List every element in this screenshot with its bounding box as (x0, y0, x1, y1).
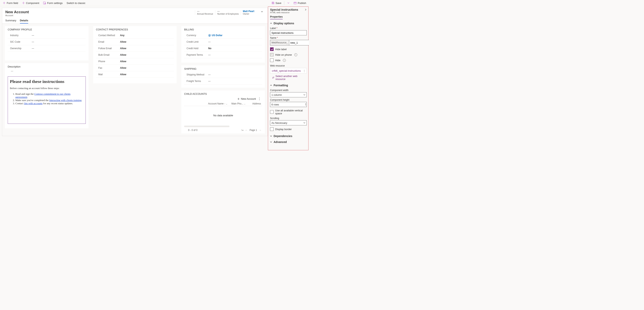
swap-icon (272, 76, 274, 79)
save-button[interactable]: Save (270, 0, 283, 6)
section-contact-preferences[interactable]: CONTACT PREFERENCES Contact MethodAny Em… (93, 26, 177, 83)
pp-tab-properties[interactable]: Properties (270, 15, 283, 19)
child-more-button[interactable]: ⋮ (258, 98, 261, 100)
col-account-name[interactable]: Account Name ↑ ⌄ (184, 102, 232, 105)
add-form-field-button[interactable]: Form field (1, 0, 20, 6)
currency-icon (208, 34, 211, 37)
property-pane: Special instructions HTML web resource P… (268, 7, 308, 150)
page-first-button[interactable]: I◂ (242, 129, 243, 131)
spin-down-icon: ▼ (305, 104, 306, 106)
header-employees[interactable]: --- Number of Employees (215, 10, 241, 15)
field-follow-email[interactable]: Follow EmailAllow (96, 45, 174, 52)
publish-button[interactable]: Publish (292, 0, 308, 6)
chevron-down-icon: ⌄ (226, 103, 228, 105)
col-label: Account Name (208, 102, 224, 105)
field-credit-hold[interactable]: Credit HoldNo (184, 45, 262, 52)
name-prefix: WebResource_ (270, 40, 289, 45)
tab-summary[interactable]: Summary (5, 18, 16, 24)
switch-classic-button[interactable]: Switch to classic (65, 0, 87, 6)
pp-section-advanced[interactable]: Advanced (270, 139, 307, 144)
field-currency[interactable]: Currency US Dollar (184, 32, 262, 39)
spinner-buttons[interactable]: ▲▼ (305, 103, 306, 106)
section-child-accounts[interactable]: CHILD ACCOUNTS New Account ⋮ Account Nam… (181, 90, 265, 133)
header-expand-button[interactable] (259, 10, 264, 14)
field-credit-limit[interactable]: Credit Limit--- (184, 39, 262, 45)
plus-icon (22, 2, 25, 4)
publish-icon (294, 2, 296, 4)
use-all-space-checkbox[interactable]: Use all available vertical space (270, 109, 307, 115)
pp-section-dependencies[interactable]: Dependencies (270, 133, 307, 138)
save-menu-button[interactable] (286, 0, 291, 6)
web-resource-special-instructions[interactable]: Please read these instructions Before co… (8, 76, 86, 124)
save-icon (272, 2, 274, 4)
wr-link-training[interactable]: Interacting with clients training (49, 99, 82, 102)
section-title: CHILD ACCOUNTS (184, 92, 262, 95)
field-fax[interactable]: FaxAllow (96, 65, 174, 71)
section-company-profile[interactable]: COMPANY PROFILE Industry --- SIC Code --… (5, 26, 88, 60)
col-main-phone[interactable]: Main Pho... ⌄ (232, 102, 247, 105)
web-resource-value: crfb6_special-instructions (272, 69, 301, 72)
form-settings-icon (43, 2, 46, 4)
field-sic-code[interactable]: SIC Code --- (8, 39, 86, 45)
more-icon[interactable]: ⋮ (303, 69, 306, 72)
spin-up-icon: ▲ (305, 103, 306, 104)
section-description[interactable]: Description --- Please read these instru… (5, 63, 88, 128)
field-bulk-email[interactable]: Bulk EmailAllow (96, 52, 174, 58)
hide-on-phone-checkbox[interactable]: Hide on phone i (270, 53, 307, 57)
component-height-input[interactable]: 6 rows ▲▼ (270, 102, 307, 107)
field-label: Shipping Method (186, 73, 208, 76)
hide-label-checkbox[interactable]: Hide label (270, 47, 307, 51)
chevron-right-icon[interactable] (304, 9, 307, 11)
field-industry[interactable]: Industry --- (8, 32, 86, 39)
display-border-checkbox[interactable]: Display border (270, 127, 307, 131)
header-label: Owner (243, 13, 257, 15)
info-icon[interactable]: i (283, 59, 286, 62)
col-label: Main Pho... (232, 102, 244, 105)
field-ownership[interactable]: Ownership --- (8, 45, 86, 52)
info-icon[interactable]: i (294, 53, 297, 56)
field-shipping-method[interactable]: Shipping Method--- (184, 71, 262, 78)
section-title: CONTACT PREFERENCES (96, 28, 174, 31)
label-input[interactable] (270, 30, 307, 35)
switch-classic-label: Switch to classic (67, 2, 85, 5)
field-label: Bulk Email (98, 54, 120, 56)
header-owner[interactable]: Matt Peart Owner (241, 10, 259, 15)
new-child-account-button[interactable]: New Account (237, 97, 256, 100)
field-freight-terms[interactable]: Freight Terms--- (184, 78, 262, 84)
section-shipping[interactable]: SHIPPING Shipping Method--- Freight Term… (181, 65, 265, 88)
page-prev-button[interactable]: ← (245, 129, 248, 131)
field-email[interactable]: EmailAllow (96, 39, 174, 45)
hide-checkbox[interactable]: Hide i (270, 58, 307, 62)
add-component-label: Component (26, 2, 39, 5)
pp-section-label: Advanced (274, 140, 287, 143)
form-settings-button[interactable]: Form settings (42, 0, 64, 6)
pp-name-label: Name (270, 37, 307, 39)
select-another-web-resource-link[interactable]: Select another web resource (270, 75, 307, 81)
component-width-select[interactable]: 1 column (270, 92, 307, 97)
command-bar: Form field Component Form settings Switc… (0, 0, 309, 6)
page-title: New Account (5, 10, 29, 14)
tab-details[interactable]: Details (20, 18, 28, 24)
link-label: Select another web resource (276, 75, 307, 81)
field-label: SIC Code (10, 41, 32, 43)
header-annual-revenue[interactable]: --- Annual Revenue (195, 10, 215, 15)
add-component-button[interactable]: Component (20, 0, 41, 6)
chevron-down-icon (303, 122, 305, 124)
field-payment-terms[interactable]: Payment Terms--- (184, 52, 262, 58)
horizontal-scrollbar[interactable] (184, 126, 230, 127)
scrolling-select[interactable]: As Necessary (270, 120, 307, 125)
col-address[interactable]: Address (247, 102, 262, 105)
page-next-button[interactable]: → (259, 129, 262, 131)
entity-name: Account (5, 14, 29, 17)
field-contact-method[interactable]: Contact MethodAny (96, 32, 174, 39)
pp-section-display-options[interactable]: Display options (270, 21, 307, 26)
pp-section-formatting[interactable]: Formatting (270, 83, 307, 88)
chevron-down-icon (287, 2, 290, 4)
field-phone[interactable]: PhoneAllow (96, 58, 174, 65)
web-resource-picker[interactable]: crfb6_special-instructions ⋮ (270, 68, 307, 73)
field-label: Email (98, 41, 120, 43)
wr-link-jim[interactable]: Jim with accounts (24, 102, 42, 105)
section-billing[interactable]: BILLING Currency US Dollar Credit Limit-… (181, 26, 265, 63)
name-input[interactable] (289, 40, 309, 45)
field-mail[interactable]: MailAllow (96, 71, 174, 78)
